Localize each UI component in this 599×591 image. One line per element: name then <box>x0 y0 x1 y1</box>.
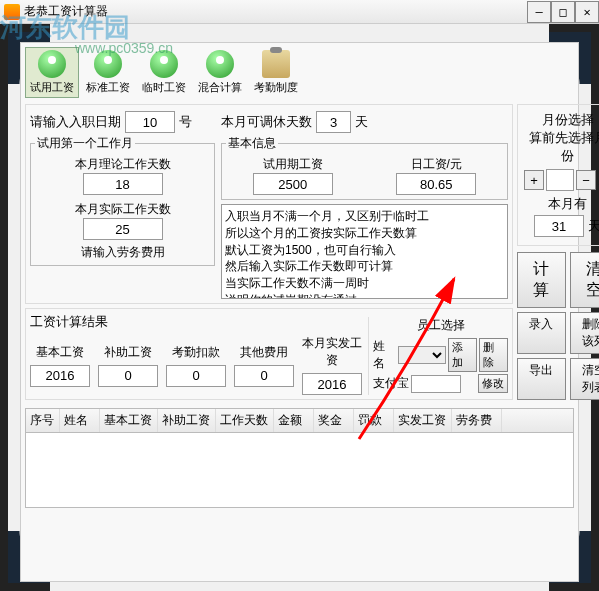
actual-days-input[interactable] <box>83 218 163 240</box>
table-header[interactable]: 实发工资 <box>394 409 452 432</box>
daily-salary-label: 日工资/元 <box>396 156 476 173</box>
export-button[interactable]: 导出 <box>517 358 566 400</box>
toolbar-label: 考勤制度 <box>254 80 298 95</box>
toolbar-item-4[interactable]: 考勤制度 <box>249 47 303 98</box>
close-button[interactable]: ✕ <box>575 1 599 23</box>
result-label: 补助工资 <box>98 344 158 361</box>
month-subtitle: 算前先选择月份 <box>524 129 599 165</box>
table-header[interactable]: 基本工资 <box>100 409 158 432</box>
table-header[interactable]: 序号 <box>26 409 60 432</box>
table-header[interactable]: 劳务费 <box>452 409 502 432</box>
adj-days-input[interactable] <box>316 111 351 133</box>
labor-fee-label: 请输入劳务费用 <box>35 244 210 261</box>
month-days-input[interactable] <box>534 215 584 237</box>
toolbar-label: 标准工资 <box>86 80 130 95</box>
theory-days-label: 本月理论工作天数 <box>35 156 210 173</box>
person-icon <box>150 50 178 78</box>
daily-salary-input[interactable] <box>396 173 476 195</box>
table-header[interactable]: 金额 <box>274 409 314 432</box>
frame-side <box>0 84 8 531</box>
entry-date-suffix: 号 <box>179 113 192 131</box>
result-value-input[interactable] <box>234 365 294 387</box>
actual-days-label: 本月实际工作天数 <box>35 201 210 218</box>
emp-mod-button[interactable]: 修改 <box>478 374 508 393</box>
clipboard-icon <box>262 50 290 78</box>
result-legend: 工资计算结果 <box>30 313 362 331</box>
result-cell: 补助工资 <box>98 344 158 387</box>
trial-salary-label: 试用期工资 <box>253 156 333 173</box>
month-title: 月份选择 <box>524 111 599 129</box>
employee-legend: 员工选择 <box>373 317 508 334</box>
minimize-button[interactable]: — <box>527 1 551 23</box>
emp-alipay-label: 支付宝 <box>373 375 409 392</box>
result-value-input[interactable] <box>302 373 362 395</box>
result-cell: 本月实发工资 <box>302 335 362 395</box>
result-label: 本月实发工资 <box>302 335 362 369</box>
table-header[interactable]: 罚款 <box>354 409 394 432</box>
basic-info-fieldset: 基本信息 试用期工资 日工资/元 <box>221 135 508 200</box>
month-has-label: 本月有 <box>548 195 587 213</box>
result-cell: 其他费用 <box>234 344 294 387</box>
toolbar: 试用工资标准工资临时工资混合计算考勤制度 <box>25 47 574 98</box>
info-textarea[interactable]: 入职当月不满一个月，又区别于临时工所以这个月的工资按实际工作天数算默认工资为15… <box>221 204 508 299</box>
toolbar-label: 混合计算 <box>198 80 242 95</box>
basic-info-legend: 基本信息 <box>226 135 278 152</box>
entry-date-input[interactable] <box>125 111 175 133</box>
month-value-input[interactable] <box>546 169 574 191</box>
person-icon <box>206 50 234 78</box>
clear-button[interactable]: 清 空 <box>570 252 600 308</box>
entry-date-label: 请输入入职日期 <box>30 113 121 131</box>
emp-name-select[interactable] <box>398 346 446 364</box>
first-month-legend: 试用第一个工作月 <box>35 135 135 152</box>
theory-days-input[interactable] <box>83 173 163 195</box>
result-value-input[interactable] <box>166 365 226 387</box>
result-table[interactable]: 序号姓名基本工资补助工资工作天数金额奖金罚款实发工资劳务费 <box>25 408 574 508</box>
person-icon <box>94 50 122 78</box>
trial-salary-input[interactable] <box>253 173 333 195</box>
result-value-input[interactable] <box>98 365 158 387</box>
table-header[interactable]: 补助工资 <box>158 409 216 432</box>
maximize-button[interactable]: □ <box>551 1 575 23</box>
person-icon <box>38 50 66 78</box>
toolbar-label: 试用工资 <box>30 80 74 95</box>
result-label: 其他费用 <box>234 344 294 361</box>
emp-del-button[interactable]: 删除 <box>479 338 508 372</box>
del-col-button[interactable]: 删除该列 <box>570 312 600 354</box>
month-plus-button[interactable]: + <box>524 170 544 190</box>
window-title: 老恭工资计算器 <box>24 3 527 20</box>
month-has-unit: 天 <box>588 217 599 235</box>
toolbar-item-0[interactable]: 试用工资 <box>25 47 79 98</box>
titlebar: 老恭工资计算器 — □ ✕ <box>0 0 599 24</box>
toolbar-label: 临时工资 <box>142 80 186 95</box>
first-month-fieldset: 试用第一个工作月 本月理论工作天数 本月实际工作天数 请输入劳务费用 <box>30 135 215 266</box>
toolbar-item-2[interactable]: 临时工资 <box>137 47 191 98</box>
clear-list-button[interactable]: 清空列表 <box>570 358 600 400</box>
toolbar-item-1[interactable]: 标准工资 <box>81 47 135 98</box>
month-minus-button[interactable]: − <box>576 170 596 190</box>
result-label: 基本工资 <box>30 344 90 361</box>
emp-add-button[interactable]: 添加 <box>448 338 477 372</box>
adj-days-suffix: 天 <box>355 113 368 131</box>
app-icon <box>4 4 20 20</box>
result-cell: 考勤扣款 <box>166 344 226 387</box>
adj-days-label: 本月可调休天数 <box>221 113 312 131</box>
result-value-input[interactable] <box>30 365 90 387</box>
calc-button[interactable]: 计 算 <box>517 252 566 308</box>
emp-name-label: 姓名 <box>373 338 396 372</box>
table-header[interactable]: 姓名 <box>60 409 100 432</box>
result-label: 考勤扣款 <box>166 344 226 361</box>
input-button[interactable]: 录入 <box>517 312 566 354</box>
emp-alipay-input[interactable] <box>411 375 461 393</box>
result-cell: 基本工资 <box>30 344 90 387</box>
table-header[interactable]: 奖金 <box>314 409 354 432</box>
table-header[interactable]: 工作天数 <box>216 409 274 432</box>
toolbar-item-3[interactable]: 混合计算 <box>193 47 247 98</box>
